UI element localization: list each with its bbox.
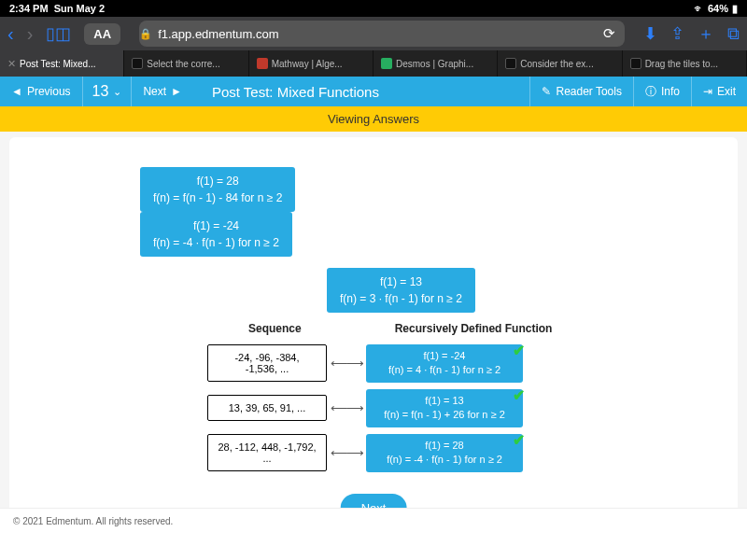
text-size-button[interactable]: AA <box>84 23 120 45</box>
wifi-icon: ᯤ <box>694 3 704 14</box>
tab-1[interactable]: Select the corre... <box>124 50 248 77</box>
lock-icon: 🔒 <box>139 28 152 40</box>
tabs-icon[interactable]: ⧉ <box>727 24 740 44</box>
tab-label: Consider the ex... <box>520 59 593 69</box>
question-card: f(1) = 28 f(n) = f(n - 1) - 84 for n ≥ 2… <box>9 137 738 534</box>
option-line1: f(1) = -24 <box>153 217 279 234</box>
prev-label: Previous <box>27 85 71 98</box>
answer-line2: f(n) = 4 · f(n - 1) for n ≥ 2 <box>377 363 512 377</box>
match-headers: Sequence Recursively Defined Function <box>9 322 738 335</box>
footer: © 2021 Edmentum. All rights reserved. <box>0 508 747 534</box>
check-icon: ✔ <box>513 341 525 361</box>
match-row-1: -24, -96, -384, -1,536, ... ⟵⟶ ✔ f(1) = … <box>207 344 523 383</box>
browser-toolbar: ‹ › ▯◫ AA 🔒 f1.app.edmentum.com ⟳ ⬇ ⇪ ＋ … <box>0 17 747 50</box>
answer-line1: f(1) = 13 <box>377 394 512 408</box>
reader-label: Reader Tools <box>556 85 622 98</box>
sequence-header: Sequence <box>248 322 302 335</box>
page-title: Post Test: Mixed Functions <box>193 84 379 100</box>
sequence-box[interactable]: 28, -112, 448, -1,792, ... <box>207 434 327 471</box>
sequence-box[interactable]: 13, 39, 65, 91, ... <box>207 395 327 421</box>
chevron-down-icon: ⌄ <box>113 86 121 98</box>
answer-line2: f(n) = -4 · f(n - 1) for n ≥ 2 <box>377 453 512 467</box>
match-row-2: 13, 39, 65, 91, ... ⟵⟶ ✔ f(1) = 13 f(n) … <box>207 389 523 427</box>
option-tile-2[interactable]: f(1) = -24 f(n) = -4 · f(n - 1) for n ≥ … <box>140 212 292 257</box>
chevron-right-icon: ► <box>171 85 182 98</box>
viewing-banner: Viewing Answers <box>0 106 747 132</box>
question-number[interactable]: 13⌄ <box>82 77 132 106</box>
favicon-icon <box>132 58 143 69</box>
previous-button[interactable]: ◄Previous <box>0 77 82 106</box>
answer-box[interactable]: ✔ f(1) = -24 f(n) = 4 · f(n - 1) for n ≥… <box>366 344 523 383</box>
info-button[interactable]: ⓘInfo <box>633 77 691 106</box>
status-time: 2:34 PM Sun May 2 <box>9 3 105 14</box>
option-line2: f(n) = f(n - 1) - 84 for n ≥ 2 <box>153 189 282 206</box>
url-bar[interactable]: 🔒 f1.app.edmentum.com ⟳ <box>139 21 625 47</box>
tab-5[interactable]: Drag the tiles to... <box>623 50 747 77</box>
tab-label: Desmos | Graphi... <box>396 59 473 69</box>
option-line1: f(1) = 28 <box>153 173 282 189</box>
answer-line2: f(n) = f(n - 1) + 26 for n ≥ 2 <box>377 408 512 422</box>
answer-box[interactable]: ✔ f(1) = 13 f(n) = f(n - 1) + 26 for n ≥… <box>366 389 523 427</box>
chevron-left-icon: ◄ <box>11 85 22 98</box>
info-icon: ⓘ <box>645 84 656 100</box>
tab-strip: ✕Post Test: Mixed... Select the corre...… <box>0 50 747 77</box>
tab-label: Drag the tiles to... <box>645 59 718 69</box>
next-label: Next <box>143 85 166 98</box>
favicon-icon <box>505 58 516 69</box>
app-bar: ◄Previous 13⌄ Next► Post Test: Mixed Fun… <box>0 77 747 106</box>
sequence-box[interactable]: -24, -96, -384, -1,536, ... <box>207 344 327 382</box>
back-button[interactable]: ‹ <box>7 23 14 45</box>
option-tile-1[interactable]: f(1) = 28 f(n) = f(n - 1) - 84 for n ≥ 2 <box>140 167 295 212</box>
exit-button[interactable]: ⇥Exit <box>691 77 747 106</box>
next-button[interactable]: Next► <box>131 77 193 106</box>
tab-label: Post Test: Mixed... <box>20 59 96 69</box>
download-icon[interactable]: ⬇ <box>643 23 657 44</box>
arrow-icon: ⟵⟶ <box>327 401 366 415</box>
info-label: Info <box>661 85 680 98</box>
new-tab-icon[interactable]: ＋ <box>698 22 714 45</box>
tab-4[interactable]: Consider the ex... <box>498 50 622 77</box>
reload-icon[interactable]: ⟳ <box>603 25 625 42</box>
favicon-icon <box>381 58 392 69</box>
option-line1: f(1) = 13 <box>340 273 462 290</box>
option-tile-3[interactable]: f(1) = 13 f(n) = 3 · f(n - 1) for n ≥ 2 <box>327 268 475 313</box>
bookmarks-icon[interactable]: ▯◫ <box>46 23 71 44</box>
favicon-icon <box>630 58 641 69</box>
tab-0[interactable]: ✕Post Test: Mixed... <box>0 50 124 77</box>
function-header: Recursively Defined Function <box>395 322 553 335</box>
status-bar: 2:34 PM Sun May 2 ᯤ 64% ▮ <box>0 0 747 17</box>
share-icon[interactable]: ⇪ <box>670 23 684 44</box>
tab-2[interactable]: Mathway | Alge... <box>249 50 374 77</box>
arrow-icon: ⟵⟶ <box>327 446 366 460</box>
check-icon: ✔ <box>513 430 525 451</box>
arrow-icon: ⟵⟶ <box>327 357 366 371</box>
option-line2: f(n) = -4 · f(n - 1) for n ≥ 2 <box>153 234 279 251</box>
reader-tools-button[interactable]: ✎Reader Tools <box>529 77 633 106</box>
wand-icon: ✎ <box>542 85 551 98</box>
favicon-icon <box>257 58 268 69</box>
answer-line1: f(1) = 28 <box>377 439 512 453</box>
url-text: f1.app.edmentum.com <box>158 27 278 41</box>
status-right: ᯤ 64% ▮ <box>694 3 738 15</box>
option-line2: f(n) = 3 · f(n - 1) for n ≥ 2 <box>340 290 462 307</box>
content-area: f(1) = 28 f(n) = f(n - 1) - 84 for n ≥ 2… <box>0 132 747 534</box>
forward-button[interactable]: › <box>27 23 34 45</box>
check-icon: ✔ <box>513 385 525 406</box>
answer-box[interactable]: ✔ f(1) = 28 f(n) = -4 · f(n - 1) for n ≥… <box>366 434 523 472</box>
tab-label: Select the corre... <box>147 59 219 69</box>
tab-label: Mathway | Alge... <box>272 59 343 69</box>
answer-line1: f(1) = -24 <box>377 349 512 363</box>
exit-icon: ⇥ <box>703 85 712 98</box>
battery-icon: ▮ <box>732 3 738 15</box>
match-row-3: 28, -112, 448, -1,792, ... ⟵⟶ ✔ f(1) = 2… <box>207 434 523 472</box>
tab-3[interactable]: Desmos | Graphi... <box>374 50 498 77</box>
exit-label: Exit <box>717 85 736 98</box>
close-icon[interactable]: ✕ <box>7 58 16 70</box>
battery-label: 64% <box>708 3 728 14</box>
